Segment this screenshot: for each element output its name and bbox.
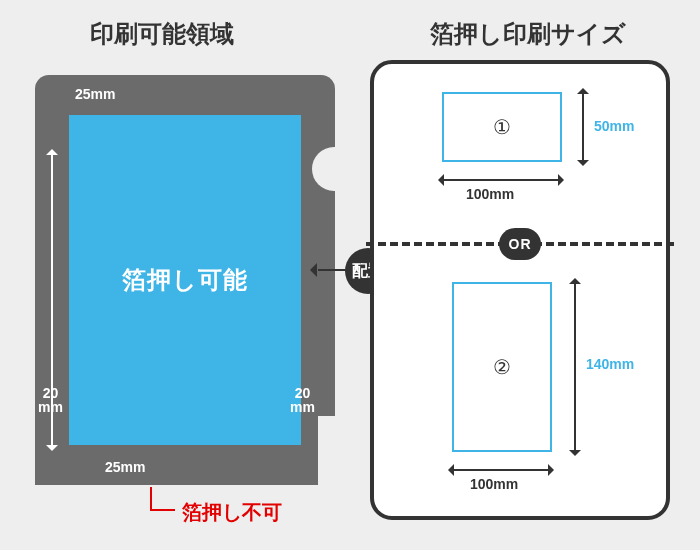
folder-outline: 箔押し可能 25mm 25mm 20 mm 20 mm	[35, 75, 335, 485]
title-printable-area: 印刷可能領域	[90, 18, 234, 50]
option2-height-label: 140mm	[586, 356, 634, 372]
margin-right-label: 20 mm	[290, 386, 315, 415]
printable-area-label: 箔押し可能	[122, 264, 248, 296]
option2-width-label: 100mm	[470, 476, 518, 492]
margin-right-value: 20	[295, 385, 311, 401]
size-option-1-box: ①	[442, 92, 562, 162]
size-option-1-id: ①	[493, 115, 511, 139]
size-options-card: ① 100mm 50mm OR ② 100mm 140mm	[370, 60, 670, 520]
or-badge: OR	[499, 228, 541, 260]
margin-left-label: 20 mm	[38, 386, 63, 415]
margin-right-unit: mm	[290, 399, 315, 415]
option1-width-label: 100mm	[466, 186, 514, 202]
not-printable-callout: 箔押し不可	[182, 499, 282, 526]
option1-height-arrow	[582, 94, 584, 160]
printable-area: 箔押し可能	[69, 115, 301, 445]
margin-left-unit: mm	[38, 399, 63, 415]
option2-width-arrow	[454, 469, 548, 471]
size-option-2-id: ②	[493, 355, 511, 379]
size-option-2-box: ②	[452, 282, 552, 452]
option1-width-arrow	[444, 179, 558, 181]
margin-top-label: 25mm	[75, 87, 115, 102]
margin-bottom-label: 25mm	[105, 460, 145, 475]
callout-leader-line	[150, 487, 152, 509]
option2-height-arrow	[574, 284, 576, 450]
option1-height-label: 50mm	[594, 118, 634, 134]
title-foil-size: 箔押し印刷サイズ	[430, 18, 626, 50]
margin-left-value: 20	[43, 385, 59, 401]
